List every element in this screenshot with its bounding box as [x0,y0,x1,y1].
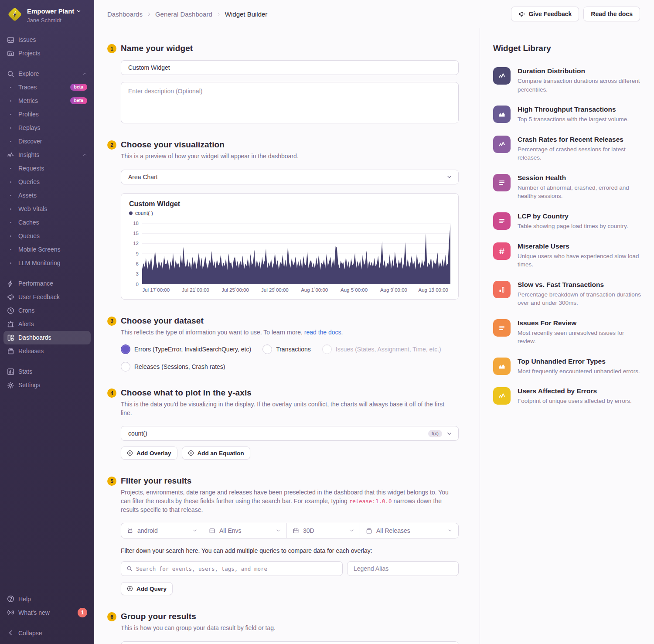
sidebar-item-alerts[interactable]: Alerts [3,317,91,331]
sidebar-item-label: Discover [18,138,87,145]
bullet-dot [7,181,18,183]
library-item-users-affected-by-errors[interactable]: Users Affected by ErrorsFootprint of uni… [493,387,641,405]
library-item-description: Footprint of unique users affected by er… [518,397,641,405]
search-conditions-input[interactable] [121,561,343,576]
y-tick-label: 18 [133,221,139,226]
sidebar-item-stats[interactable]: Stats [3,365,91,378]
library-item-description: Percentage of crashed sessions for lates… [518,145,641,162]
library-item-title: Slow vs. Fast Transactions [518,281,641,289]
bullet-dot [7,87,18,88]
yaxis-function-select[interactable]: count() f(x) [121,426,459,441]
org-name: Empower Plant [27,7,74,16]
library-item-description: Compare transaction durations across dif… [518,77,641,94]
sidebar-item-releases[interactable]: Releases [3,344,91,358]
sidebar-item-discover[interactable]: Discover [3,135,91,148]
sidebar-item-label: Mobile Screens [18,246,87,253]
give-feedback-button[interactable]: Give Feedback [511,7,579,21]
releases-icon [366,528,372,534]
chevron-down-icon [192,527,197,534]
chevron-down-icon [448,527,453,534]
sidebar-item-profiles[interactable]: Profiles [3,108,91,121]
sidebar-item-label: Metrics [18,97,70,104]
dataset-option-transactions[interactable]: Transactions [262,344,311,354]
widget-name-input[interactable] [121,60,459,75]
step-choose-visualization: 2 Choose your visualization This is a pr… [107,140,459,300]
search-icon [126,566,133,572]
step4-title: Choose what to plot in the y-axis [121,388,459,398]
library-item-slow-vs-fast-transactions[interactable]: Slow vs. Fast TransactionsPercentage bre… [493,281,641,307]
group-select[interactable]: Select group [121,641,459,644]
step-choose-yaxis: 4 Choose what to plot in the y-axis This… [107,388,459,460]
add-query-button[interactable]: Add Query [121,582,173,595]
sidebar-item-label: Insights [18,151,82,158]
sidebar-item-user-feedback[interactable]: User Feedback [3,290,91,304]
sidebar-item-caches[interactable]: Caches [3,216,91,229]
android-filter[interactable]: android [121,523,203,538]
widget-name-input-field[interactable] [128,64,451,71]
legend-label: count( ) [135,210,153,216]
sidebar-item-requests[interactable]: Requests [3,162,91,175]
breadcrumb-general-dashboard[interactable]: General Dashboard [155,10,212,18]
add-overlay-button[interactable]: Add Overlay [121,446,177,460]
sidebar-item-help[interactable]: Help [3,592,91,606]
library-item-issues-for-review[interactable]: Issues For ReviewMost recently seen unre… [493,319,641,346]
sidebar-item-queues[interactable]: Queues [3,229,91,243]
legend-alias-field[interactable] [354,565,452,572]
sidebar-collapse-button[interactable]: Collapse [3,626,91,640]
sidebar-item-crons[interactable]: Crons [3,304,91,317]
library-item-session-health[interactable]: Session HealthNumber of abnormal, crashe… [493,174,641,201]
sidebar-item-queries[interactable]: Queries [3,175,91,189]
library-item-crash-rates-for-recent-releases[interactable]: Crash Rates for Recent ReleasesPercentag… [493,136,641,162]
org-switcher[interactable]: Empower Plant Jane Schmidt [0,0,94,29]
breadcrumb-dashboards[interactable]: Dashboards [107,10,143,18]
all-releases-filter[interactable]: All Releases [360,523,458,538]
sidebar-item-assets[interactable]: Assets [3,189,91,202]
library-item-description: Most recently seen unresolved issues for… [518,329,641,346]
sidebar-item-traces[interactable]: Tracesbeta [3,81,91,94]
collapse-label: Collapse [18,630,87,637]
step-group-results: 6 Group your results This is how you can… [107,612,459,644]
library-item-duration-distribution[interactable]: Duration DistributionCompare transaction… [493,67,641,94]
library-item-lcp-by-country[interactable]: LCP by CountryTable showing page load ti… [493,212,641,231]
library-item-description: Top 5 transactions with the largest volu… [518,115,641,124]
dataset-option-errors[interactable]: Errors (TypeError, InvalidSearchQuery, e… [121,344,251,354]
sidebar-item-dashboards[interactable]: Dashboards [3,331,91,344]
sidebar-item-replays[interactable]: Replays [3,121,91,135]
y-tick-label: 3 [136,271,139,276]
add-equation-button[interactable]: Add an Equation [182,446,250,460]
sidebar-item-what-s-new[interactable]: What's new1 [3,606,91,619]
dashboards-icon [7,334,18,341]
sidebar-item-web-vitals[interactable]: Web Vitals [3,202,91,216]
30d-filter[interactable]: 30D [287,523,360,538]
read-the-docs-link[interactable]: read the docs [304,329,341,336]
sidebar-item-metrics[interactable]: Metricsbeta [3,94,91,108]
radio-button [121,344,130,354]
visualization-select[interactable]: Area Chart [121,170,459,184]
library-item-title: Session Health [518,174,641,182]
window-icon [209,528,215,534]
sidebar-item-issues[interactable]: Issues [3,33,91,47]
step-number-badge: 2 [107,140,116,150]
sidebar-item-explore[interactable]: Explore [3,67,91,81]
sidebar-item-settings[interactable]: Settings [3,378,91,392]
megaphone-icon [518,11,525,17]
breadcrumb: DashboardsGeneral DashboardWidget Builde… [107,10,267,18]
library-item-top-unhandled-error-types[interactable]: Top Unhandled Error TypesMost frequently… [493,358,641,376]
search-conditions-field[interactable] [136,566,337,572]
dataset-option-releases[interactable]: Releases (Sessions, Crash rates) [121,362,225,371]
sidebar-item-mobile-screens[interactable]: Mobile Screens [3,243,91,256]
sidebar-item-performance[interactable]: Performance [3,277,91,290]
library-item-high-throughput-transactions[interactable]: High Throughput TransactionsTop 5 transa… [493,106,641,124]
widget-description-field[interactable] [121,82,458,123]
read-docs-button[interactable]: Read the docs [583,7,640,21]
sidebar-item-label: Replays [18,124,87,131]
library-item-miserable-users[interactable]: Miserable UsersUnique users who have exp… [493,242,641,269]
all-envs-filter[interactable]: All Envs [203,523,287,538]
widget-description-input[interactable] [121,82,459,123]
sidebar-item-insights[interactable]: Insights [3,148,91,162]
sidebar-item-projects[interactable]: Projects [3,47,91,60]
sidebar-item-llm-monitoring[interactable]: LLM Monitoring [3,256,91,270]
sidebar-item-label: User Feedback [18,293,87,300]
legend-alias-input[interactable] [347,561,459,576]
step6-subtitle: This is how you can group your data resu… [121,624,459,633]
